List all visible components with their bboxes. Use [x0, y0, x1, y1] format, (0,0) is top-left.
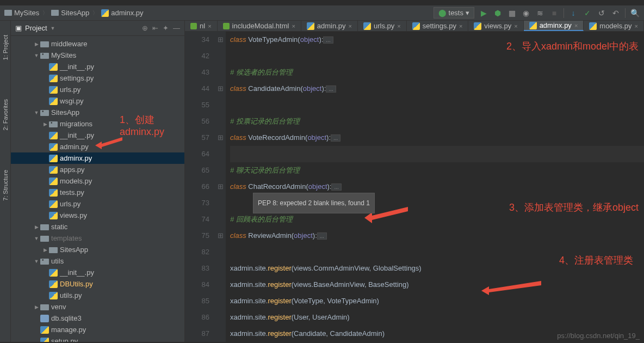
tree-item[interactable]: ▼MySites — [11, 50, 184, 61]
tree-item[interactable]: ▼templates — [11, 232, 184, 244]
run-config-selector[interactable]: ⬤tests▾ — [434, 7, 474, 19]
tab-project[interactable]: 1: Project — [1, 32, 10, 63]
breadcrumb: MySites 〉 SitesApp 〉 adminx.py — [4, 9, 144, 17]
tree-item[interactable]: ▶migrations — [11, 118, 184, 130]
pyf-icon — [49, 143, 58, 151]
test-icon: ⬤ — [438, 9, 447, 17]
search-button[interactable]: 🔍 — [630, 8, 640, 18]
settings-gear-icon[interactable]: ✦ — [163, 24, 169, 32]
pkg-icon — [49, 121, 58, 127]
concurrency-button[interactable]: ≋ — [535, 8, 545, 18]
py-file-icon — [589, 22, 597, 30]
tree-item[interactable]: ▶static — [11, 221, 184, 232]
editor-tab[interactable]: settings.py× — [407, 21, 469, 31]
tree-item[interactable]: admin.py — [11, 141, 184, 152]
html-file-icon — [190, 23, 197, 29]
editor-tab[interactable]: nl× — [185, 21, 218, 31]
tree-item[interactable]: urls.py — [11, 198, 184, 210]
editor-tab[interactable]: adminx.py× — [524, 21, 584, 31]
pyf-icon — [49, 75, 58, 82]
stop-button[interactable]: ■ — [549, 8, 559, 18]
editor-tab[interactable]: admin.py× — [301, 21, 358, 31]
crumb-root[interactable]: MySites — [4, 9, 39, 17]
pyf-icon — [40, 338, 49, 342]
menu-bar — [0, 0, 644, 5]
close-tab-icon[interactable]: × — [208, 23, 211, 29]
project-tree[interactable]: 1、创建adminx.py ▶middleware▼MySites__init_… — [11, 36, 184, 342]
tree-item[interactable]: ▶venv — [11, 301, 184, 313]
tree-item[interactable]: __init__.py — [11, 267, 184, 278]
chevron-down-icon[interactable]: ▼ — [51, 26, 55, 31]
pyf-icon — [49, 292, 58, 299]
breadcrumb-toolbar: MySites 〉 SitesApp 〉 adminx.py ⬤tests▾ ▶… — [0, 5, 644, 21]
tree-item[interactable]: wsgi.py — [11, 95, 184, 107]
close-tab-icon[interactable]: × — [459, 23, 462, 29]
vcs-revert-button[interactable]: ↶ — [611, 8, 621, 18]
tree-item[interactable]: ▶SitesApp — [11, 244, 184, 255]
close-tab-icon[interactable]: × — [514, 23, 517, 29]
pyf-icon — [49, 155, 58, 162]
scroll-from-source-button[interactable]: ⊕ — [142, 24, 148, 32]
close-tab-icon[interactable]: × — [349, 23, 352, 29]
tab-favorites[interactable]: 2: Favorites — [1, 96, 10, 133]
html-file-icon — [223, 23, 230, 29]
py-file-icon — [307, 22, 314, 30]
editor-tab[interactable]: models.py× — [584, 21, 644, 31]
py-file-icon — [363, 22, 371, 30]
py-file-icon — [529, 22, 537, 29]
pyf-icon — [49, 269, 58, 277]
tree-item[interactable]: setup.py — [11, 335, 184, 342]
code-content[interactable]: 2、导入xadmin和model中的表 3、添加表管理类，继承object 4、… — [226, 32, 644, 342]
tree-item[interactable]: ▼utils — [11, 255, 184, 267]
tree-item[interactable]: DBUtils.py — [11, 278, 184, 290]
dir-icon — [40, 236, 49, 242]
tree-item[interactable]: __init__.py — [11, 61, 184, 72]
tree-item[interactable]: settings.py — [11, 72, 184, 84]
folder-icon — [51, 10, 59, 16]
tree-item[interactable]: utils.py — [11, 290, 184, 301]
left-tool-strip: 1: Project 2: Favorites 7: Structure — [0, 21, 11, 342]
editor-tabs: nl×includeModal.html×admin.py×urls.py×se… — [185, 21, 644, 32]
folder-icon — [4, 10, 12, 16]
crumb-app[interactable]: SitesApp — [51, 9, 89, 17]
fold-gutter[interactable]: ⊞⊞⊞⊞⊞ — [215, 32, 226, 342]
close-tab-icon[interactable]: × — [292, 23, 295, 29]
collapse-all-button[interactable]: ⇤ — [152, 24, 158, 32]
tree-item[interactable]: urls.py — [11, 84, 184, 95]
run-button[interactable]: ▶ — [479, 8, 488, 18]
vcs-update-button[interactable]: ↓ — [568, 8, 578, 18]
editor-tab[interactable]: urls.py× — [358, 21, 407, 31]
editor-area: nl×includeModal.html×admin.py×urls.py×se… — [185, 21, 644, 342]
tree-item[interactable]: adminx.py — [11, 152, 184, 164]
pkg-icon — [40, 259, 49, 265]
vcs-history-button[interactable]: ↺ — [597, 8, 606, 18]
close-tab-icon[interactable]: × — [574, 22, 578, 29]
dir-icon — [40, 224, 49, 230]
editor-tab[interactable]: includeModal.html× — [218, 21, 301, 31]
close-tab-icon[interactable]: × — [635, 23, 638, 29]
tree-item[interactable]: models.py — [11, 175, 184, 187]
pyf-icon — [49, 86, 58, 94]
code-editor[interactable]: 34424344555657646566737475828384858687 ⊞… — [185, 32, 644, 342]
tree-item[interactable]: ▶middleware — [11, 38, 184, 50]
tab-structure[interactable]: 7: Structure — [1, 167, 10, 204]
profile-button[interactable]: ◉ — [521, 8, 531, 18]
tree-item[interactable]: db.sqlite3 — [11, 313, 184, 324]
tree-item[interactable]: views.py — [11, 210, 184, 221]
tree-item[interactable]: apps.py — [11, 164, 184, 175]
project-panel-header: ▣ Project ▼ ⊕ ⇤ ✦ — — [11, 21, 184, 36]
chevron-right-icon: 〉 — [92, 9, 98, 17]
pyf-icon — [49, 212, 58, 219]
vcs-commit-button[interactable]: ✓ — [583, 8, 592, 18]
editor-tab[interactable]: views.py× — [468, 21, 523, 31]
close-tab-icon[interactable]: × — [397, 23, 400, 29]
project-panel-title[interactable]: Project — [25, 24, 47, 32]
tree-item[interactable]: tests.py — [11, 187, 184, 198]
tree-item[interactable]: manage.py — [11, 324, 184, 335]
crumb-file[interactable]: adminx.py — [101, 9, 143, 17]
hide-button[interactable]: — — [173, 24, 180, 32]
coverage-button[interactable]: ▦ — [507, 8, 517, 18]
debug-button[interactable]: ⬢ — [493, 8, 503, 18]
tree-item[interactable]: ▼SitesApp — [11, 107, 184, 118]
tree-item[interactable]: __init__.py — [11, 130, 184, 141]
